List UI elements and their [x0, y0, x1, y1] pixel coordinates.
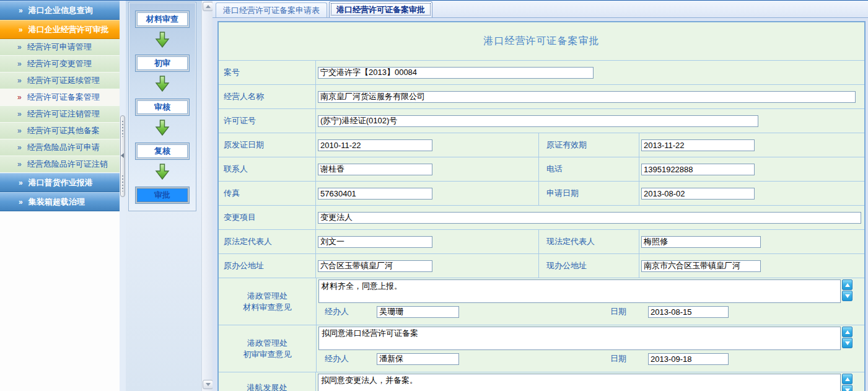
form-row-license-no: 许可证号 [219, 109, 864, 133]
sidebar-splitter[interactable] [120, 1, 126, 391]
workflow-step-label: 材料审查 [146, 14, 178, 25]
sidebar-item-license-cancel-mgmt[interactable]: » 经营许可证注销管理 [0, 106, 120, 123]
sidebar-item-label: 经营危险品许可申请 [27, 142, 100, 153]
scroll-down-button[interactable] [842, 338, 853, 348]
sidebar-item-port-license-approval[interactable]: » 港口企业经营许可审批 [0, 20, 120, 39]
material-review-opinion-textarea[interactable]: 材料齐全，同意上报。 [318, 279, 841, 303]
content-scrollbar[interactable] [201, 1, 213, 391]
sidebar-item-license-record-mgmt[interactable]: » 经营许可证备案管理 [0, 89, 120, 106]
orig-legal-rep-input[interactable] [318, 236, 432, 248]
window-top-edge [0, 0, 868, 1]
contact-person-input[interactable] [318, 164, 432, 175]
scroll-down-button[interactable] [203, 380, 213, 389]
workflow-step-material-review[interactable]: 材料审查 [135, 11, 190, 28]
textarea-scroll-buttons [842, 327, 853, 348]
apply-date-input[interactable] [641, 188, 755, 200]
sidebar-item-container-overload[interactable]: » 集装箱超载治理 [0, 192, 120, 211]
orig-valid-until-input[interactable] [641, 139, 755, 151]
sidebar-item-label: 港口企业经营许可审批 [28, 24, 109, 35]
port-dev-opinion-textarea[interactable]: 拟同意变更法人，并备案。 [318, 374, 841, 391]
orig-office-addr-input[interactable] [318, 260, 432, 272]
tab-record-approval[interactable]: 港口经营许可证备案审批 [329, 1, 432, 17]
workflow-column: 材料审查 初审 审核 复核 审批 [126, 1, 201, 391]
workflow-step-review[interactable]: 审核 [135, 99, 190, 116]
menu-arrow-icon: » [17, 77, 22, 84]
menu-arrow-icon: » [19, 198, 23, 206]
form-row-contact-phone: 联系人 电话 [219, 157, 864, 182]
menu-arrow-icon: » [17, 160, 22, 168]
operator-name-input[interactable] [318, 91, 856, 103]
workflow-down-arrow-icon [155, 32, 170, 48]
first-review-operator-input[interactable] [377, 353, 459, 365]
change-item-input[interactable] [318, 212, 861, 224]
scroll-up-button[interactable] [842, 374, 853, 384]
tab-record-application-form[interactable]: 港口经营许可证备案申请表 [216, 2, 327, 17]
phone-input[interactable] [641, 164, 755, 175]
sidebar-item-label: 经营许可证注销管理 [27, 108, 100, 120]
menu-arrow-icon: » [19, 7, 23, 14]
arrow-down-icon [845, 389, 850, 391]
curr-legal-rep-input[interactable] [641, 236, 761, 248]
sidebar-item-dangerous-goods-apply[interactable]: » 经营危险品许可申请 [0, 139, 120, 156]
menu-arrow-icon: » [19, 179, 23, 187]
case-no-input[interactable] [318, 67, 594, 79]
opinion-row-material-review: 港政管理处 材料审查意见 材料齐全，同意上报。 经办人 [219, 278, 864, 325]
operator-label: 经办人 [325, 306, 349, 317]
scroll-up-button[interactable] [842, 279, 853, 290]
sidebar-item-label: 经营许可证备案管理 [27, 92, 100, 103]
sidebar-item-general-cargo-report[interactable]: » 港口普货作业报港 [0, 173, 120, 192]
field-label: 变更项目 [219, 206, 316, 229]
field-label: 现法定代表人 [539, 230, 639, 253]
workflow-down-arrow-icon [155, 76, 170, 92]
workflow-step-approve[interactable]: 审批 [135, 187, 190, 204]
dept-opinion-type: 材料审查意见 [243, 302, 292, 313]
sidebar-item-license-apply-mgmt[interactable]: » 经营许可申请管理 [0, 39, 120, 56]
license-no-input[interactable] [318, 115, 758, 127]
scroll-down-icon [206, 383, 211, 386]
menu-arrow-icon: » [17, 94, 22, 101]
scroll-up-button[interactable] [203, 2, 213, 11]
fax-input[interactable] [318, 188, 432, 200]
field-label: 原证有效期 [539, 133, 639, 157]
sidebar-item-license-other-record[interactable]: » 经营许可证其他备案 [0, 123, 120, 139]
scroll-down-button[interactable] [842, 291, 853, 301]
opinion-row-first-review: 港政管理处 初审审查意见 拟同意港口经营许可证备案 经办人 [219, 325, 864, 372]
workflow-step-first-review[interactable]: 初审 [135, 55, 190, 72]
splitter-handle[interactable] [120, 115, 125, 197]
first-review-date-input[interactable] [648, 353, 729, 365]
sidebar-item-license-change-mgmt[interactable]: » 经营许可变更管理 [0, 56, 120, 72]
opinion-dept-label: 港政管理处 初审审查意见 [219, 325, 317, 372]
field-label: 申请日期 [539, 182, 639, 205]
material-review-date-input[interactable] [648, 306, 729, 318]
field-label: 原发证日期 [219, 133, 316, 157]
sidebar-item-dangerous-goods-cancel[interactable]: » 经营危险品许可证注销 [0, 156, 120, 173]
material-review-operator-input[interactable] [377, 306, 459, 318]
orig-issue-date-input[interactable] [318, 139, 432, 151]
menu-arrow-icon: » [17, 43, 22, 51]
curr-office-addr-input[interactable] [641, 260, 761, 272]
date-label: 日期 [610, 306, 626, 317]
menu-arrow-icon: » [17, 127, 22, 134]
dept-name: 港政管理处 [247, 338, 287, 349]
sidebar-item-label: 经营许可证其他备案 [27, 125, 100, 136]
form-row-fax-applydate: 传真 申请日期 [219, 182, 864, 206]
dept-name: 港航发展处 [247, 382, 287, 391]
sidebar-item-license-renewal-mgmt[interactable]: » 经营许可证延续管理 [0, 72, 120, 89]
scroll-up-button[interactable] [842, 327, 853, 337]
approval-form: 港口经营许可证备案审批 案号 经营人名称 许可证号 [217, 21, 866, 391]
workflow-step-recheck[interactable]: 复核 [135, 143, 190, 160]
menu-arrow-icon: » [17, 60, 22, 68]
form-row-change-item: 变更项目 [219, 206, 864, 230]
sidebar-item-port-enterprise-info[interactable]: » 港口企业信息查询 [0, 1, 120, 20]
menu-arrow-icon: » [19, 26, 23, 33]
arrow-down-icon [845, 294, 850, 298]
opinion-dept-label: 港航发展处 [219, 372, 316, 391]
first-review-opinion-textarea[interactable]: 拟同意港口经营许可证备案 [318, 327, 841, 350]
operator-label: 经办人 [325, 353, 349, 364]
dept-opinion-type: 初审审查意见 [243, 349, 292, 360]
collapse-left-icon [121, 153, 124, 158]
workflow-step-label: 复核 [154, 146, 170, 157]
workflow-step-label: 审核 [154, 102, 170, 113]
app-window: » 港口企业信息查询 » 港口企业经营许可审批 » 经营许可申请管理 » 经营许… [0, 0, 868, 391]
scroll-down-button[interactable] [842, 385, 853, 391]
